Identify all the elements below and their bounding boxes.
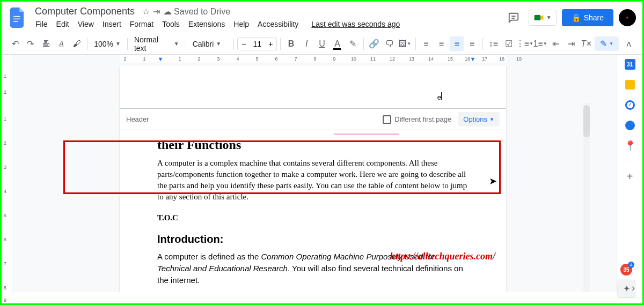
- indent-decrease-button[interactable]: ⇤: [548, 36, 563, 51]
- checklist-button[interactable]: ☑: [502, 36, 516, 51]
- keep-icon[interactable]: [625, 79, 635, 90]
- zoom-select[interactable]: 100%▼: [91, 38, 124, 50]
- heading-introduction[interactable]: Introduction:: [157, 233, 469, 246]
- side-panel: 31 📍 +: [617, 55, 642, 292]
- header-options-button[interactable]: Options▼: [458, 112, 500, 127]
- menu-edit[interactable]: Edit: [53, 18, 73, 30]
- calendar-icon[interactable]: 31: [625, 59, 635, 70]
- clear-format-button[interactable]: T✕: [579, 36, 594, 51]
- underline-button[interactable]: U: [315, 36, 330, 51]
- style-select[interactable]: Normal text▼: [131, 33, 182, 55]
- header-text: e: [437, 92, 442, 101]
- cursor-icon: ➤: [489, 175, 497, 187]
- comment-button[interactable]: 🗨: [382, 36, 397, 51]
- svg-rect-0: [13, 16, 20, 17]
- indent-increase-button[interactable]: ⇥: [564, 36, 579, 51]
- different-first-page-checkbox[interactable]: Different first page: [383, 115, 451, 124]
- font-size-decrease[interactable]: −: [238, 38, 250, 50]
- horizontal-ruler[interactable]: 21 ▼ 123 456 789 101112 131415 16 ▼ 1718…: [120, 55, 506, 63]
- lock-icon: 🔒: [572, 13, 581, 22]
- menu-tools[interactable]: Tools: [158, 18, 184, 30]
- svg-rect-1: [13, 18, 20, 19]
- docs-logo-icon[interactable]: [8, 8, 27, 27]
- strikethrough-mark: [334, 133, 399, 135]
- header-edit-area[interactable]: e: [120, 65, 506, 108]
- document-title[interactable]: Computer Components: [32, 5, 138, 18]
- highlight-button[interactable]: ✎: [346, 36, 360, 51]
- paragraph[interactable]: A computer is a complex machine that con…: [157, 158, 469, 203]
- undo-button[interactable]: ↶: [8, 36, 23, 51]
- header-toolbar: Header Different first page Options▼: [120, 108, 506, 130]
- italic-button[interactable]: I: [299, 36, 314, 51]
- font-size-control: − +: [237, 38, 277, 50]
- paragraph[interactable]: But in simple words, a computer is a mac…: [157, 292, 469, 292]
- bold-button[interactable]: B: [284, 36, 298, 51]
- font-size-increase[interactable]: +: [265, 38, 276, 50]
- font-size-input[interactable]: [250, 40, 265, 48]
- header-label: Header: [126, 115, 149, 123]
- numbered-list-button[interactable]: 1≡▼: [533, 36, 547, 51]
- saved-status: ☁ Saved to Drive: [163, 6, 230, 17]
- menu-bar: File Edit View Insert Format Tools Exten…: [32, 18, 500, 30]
- vertical-ruler: 121 234 567 8910: [2, 55, 12, 292]
- addons-icon[interactable]: +: [625, 171, 635, 182]
- font-select[interactable]: Calibri▼: [189, 38, 231, 50]
- toolbar: ↶ ↷ 🖶 A 🖌 100%▼ Normal text▼ Calibri▼ − …: [2, 33, 642, 55]
- line-spacing-button[interactable]: ↕≡: [486, 36, 501, 51]
- document-heading[interactable]: their Functions: [157, 138, 469, 152]
- text-color-button[interactable]: A: [330, 36, 345, 51]
- toc-label[interactable]: T.O.C: [157, 212, 469, 224]
- maps-icon[interactable]: 📍: [625, 140, 635, 151]
- side-panel-toggle-icon[interactable]: ›: [632, 282, 635, 294]
- right-indent-marker-icon[interactable]: ▼: [470, 56, 476, 62]
- svg-rect-5: [534, 15, 540, 20]
- paint-format-button[interactable]: 🖌: [70, 36, 84, 51]
- menu-accessibility[interactable]: Accessibility: [254, 18, 302, 30]
- menu-help[interactable]: Help: [230, 18, 253, 30]
- checkbox-icon: [383, 115, 391, 124]
- move-icon[interactable]: ⇥: [153, 6, 160, 17]
- last-edit-link[interactable]: Last edit was seconds ago: [308, 18, 404, 30]
- watermark-text: https://alltechqueries.com/: [390, 251, 496, 262]
- tasks-icon[interactable]: [625, 100, 635, 110]
- notification-badge[interactable]: 35: [620, 264, 632, 276]
- align-justify-button[interactable]: ≡: [450, 36, 464, 51]
- menu-extensions[interactable]: Extensions: [185, 18, 229, 30]
- document-page[interactable]: e Header Different first page Options▼: [120, 65, 506, 292]
- share-button[interactable]: 🔒 Share: [562, 9, 613, 26]
- scroll-thumb[interactable]: [583, 105, 590, 137]
- contacts-icon[interactable]: [625, 120, 635, 131]
- menu-view[interactable]: View: [74, 18, 98, 30]
- bullet-list-button[interactable]: ⋮≡▼: [517, 36, 532, 51]
- spellcheck-button[interactable]: A: [54, 36, 69, 51]
- indent-marker-icon[interactable]: ▼: [158, 56, 164, 62]
- collapse-toolbar-button[interactable]: ʌ: [621, 36, 636, 51]
- meet-button[interactable]: ▼: [529, 10, 557, 26]
- account-avatar[interactable]: ●: [619, 9, 636, 26]
- print-button[interactable]: 🖶: [39, 36, 53, 51]
- menu-format[interactable]: Format: [126, 18, 157, 30]
- svg-rect-2: [13, 21, 18, 22]
- link-button[interactable]: 🔗: [367, 36, 382, 51]
- redo-button[interactable]: ↷: [24, 36, 38, 51]
- align-right-button[interactable]: ≡: [465, 36, 479, 51]
- comments-icon[interactable]: [504, 8, 523, 27]
- scrollbar[interactable]: [583, 103, 590, 292]
- menu-insert[interactable]: Insert: [99, 18, 125, 30]
- editing-mode-button[interactable]: ✎▼: [595, 36, 619, 51]
- star-icon[interactable]: ☆: [142, 6, 150, 17]
- image-button[interactable]: 🖼▼: [398, 36, 412, 51]
- menu-file[interactable]: File: [32, 18, 52, 30]
- align-center-button[interactable]: ≡: [434, 36, 449, 51]
- align-left-button[interactable]: ≡: [419, 36, 433, 51]
